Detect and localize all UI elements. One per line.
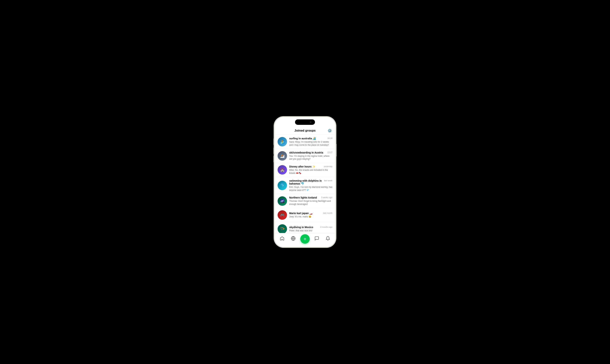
group-avatar: 🎮: [278, 210, 287, 220]
group-name-row: swimming with dolphins in bahamas 🐬 last…: [289, 179, 332, 185]
group-item[interactable]: 🎮 Mario kart japan 🏎️ last month Joey: I…: [275, 208, 335, 222]
home-icon: [280, 236, 284, 242]
dynamic-island: [295, 119, 315, 125]
group-item[interactable]: 🏰 Disney after hours ✨ yesterday Mike: N…: [275, 163, 335, 177]
bottom-nav: +: [275, 233, 335, 247]
nav-explore[interactable]: [289, 235, 297, 243]
plus-icon: +: [304, 236, 306, 242]
group-avatar: 🪂: [278, 224, 287, 233]
group-item[interactable]: 🪂 skydiving in Mexico 3 months ago Peter…: [275, 222, 335, 233]
group-item[interactable]: ⛷️ ski/snowboarding in Austria 13:27 You…: [275, 149, 335, 163]
group-name: skydiving in Mexico: [289, 226, 319, 229]
group-item[interactable]: 🐬 swimming with dolphins in bahamas 🐬 la…: [275, 177, 335, 194]
group-avatar: 🏄: [278, 137, 287, 146]
group-info: Mario kart japan 🏎️ last month Joey: It'…: [289, 212, 332, 218]
group-name: ski/snowboarding in Austria: [289, 151, 326, 154]
group-item[interactable]: 🏄 surfing in australia 🏄 16:18 Sara: Hey…: [275, 135, 335, 149]
group-time: yesterday: [324, 165, 332, 168]
globe-icon: [291, 236, 296, 242]
group-info: Northern lights Iceland 3 weeks ago Thom…: [289, 196, 332, 206]
group-time: 3 months ago: [320, 226, 332, 228]
header: Joined groups ⚙️: [275, 127, 335, 135]
camera-dot: [310, 121, 311, 123]
app-content: Joined groups ⚙️ 🏄 surfing in australia …: [275, 127, 335, 247]
group-info: Disney after hours ✨ yesterday Mike: No,…: [289, 165, 332, 175]
group-avatar: ⛷️: [278, 151, 287, 161]
group-preview: Joey: It's me, mario 😄: [289, 215, 332, 218]
group-name: Disney after hours ✨: [289, 165, 322, 168]
group-preview: Sara: Heyy, i'm traveling solo for 2 wee…: [289, 141, 332, 147]
nav-add-button[interactable]: +: [300, 234, 310, 244]
group-info: skydiving in Mexico 3 months ago Peter: …: [289, 226, 332, 232]
group-preview: You: I'm staying in the regina hotel, wh…: [289, 155, 332, 161]
group-name: Mario kart japan 🏎️: [289, 212, 322, 215]
group-preview: Kim: Guys, I've lost my diamond earring,…: [289, 186, 332, 192]
nav-chat[interactable]: [313, 235, 321, 243]
group-time: last month: [323, 212, 332, 214]
bell-icon: [326, 236, 330, 242]
group-name-row: Mario kart japan 🏎️ last month: [289, 212, 332, 215]
group-name-row: surfing in australia 🏄 16:18: [289, 137, 332, 140]
group-item[interactable]: 🌌 Northern lights Iceland 3 weeks ago Th…: [275, 194, 335, 208]
page-title: Joined groups: [294, 129, 316, 132]
group-name: swimming with dolphins in bahamas 🐬: [289, 179, 323, 185]
group-info: surfing in australia 🏄 16:18 Sara: Heyy,…: [289, 137, 332, 147]
group-name: Northern lights Iceland: [289, 196, 320, 199]
group-time: 3 weeks ago: [321, 196, 332, 198]
group-name-row: ski/snowboarding in Austria 13:27: [289, 151, 332, 154]
phone-screen: Joined groups ⚙️ 🏄 surfing in australia …: [275, 117, 335, 247]
group-avatar: 🌌: [278, 196, 287, 206]
group-name-row: Northern lights Iceland 3 weeks ago: [289, 196, 332, 199]
group-avatar: 🏰: [278, 165, 287, 175]
group-name-row: Disney after hours ✨ yesterday: [289, 165, 332, 168]
nav-home[interactable]: [278, 235, 286, 243]
group-name-row: skydiving in Mexico 3 months ago: [289, 226, 332, 229]
group-time: 16:18: [327, 137, 332, 139]
settings-icon[interactable]: ⚙️: [328, 129, 332, 133]
group-time: last week: [324, 180, 332, 182]
group-info: swimming with dolphins in bahamas 🐬 last…: [289, 179, 332, 192]
group-time: 13:27: [327, 151, 332, 154]
group-preview: Thomas: Don't forget to bring flashlight…: [289, 200, 332, 206]
group-preview: Peter: that was sick bro!: [289, 229, 332, 232]
phone-frame: Joined groups ⚙️ 🏄 surfing in australia …: [274, 117, 336, 247]
group-name: surfing in australia 🏄: [289, 137, 326, 140]
chat-icon: [314, 236, 319, 242]
group-info: ski/snowboarding in Austria 13:27 You: I…: [289, 151, 332, 161]
group-avatar: 🐬: [278, 181, 287, 190]
groups-list: 🏄 surfing in australia 🏄 16:18 Sara: Hey…: [275, 135, 335, 233]
group-preview: Mike: No, the snacks are included in the…: [289, 169, 332, 175]
nav-notifications[interactable]: [324, 235, 332, 243]
